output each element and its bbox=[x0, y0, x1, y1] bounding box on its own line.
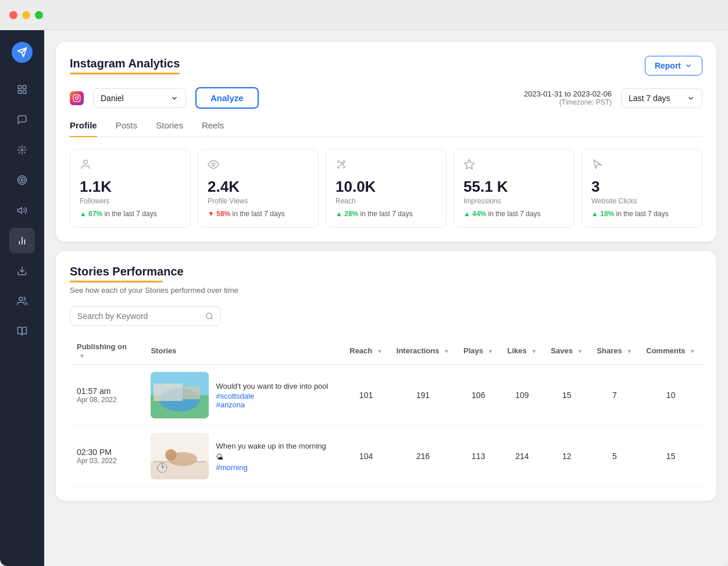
date-period-label: Last 7 days bbox=[629, 94, 670, 103]
story-text-1: Would't you want to dive into pool #scot… bbox=[216, 381, 328, 410]
col-plays[interactable]: Plays ▼ bbox=[456, 338, 501, 365]
stories-table: Publishing on ▼ Stories Reach ▼ bbox=[70, 338, 702, 487]
tab-posts[interactable]: Posts bbox=[116, 120, 138, 137]
eye-icon bbox=[208, 159, 309, 173]
sort-icon-publishing: ▼ bbox=[79, 353, 85, 359]
col-saves[interactable]: Saves ▼ bbox=[544, 338, 590, 365]
svg-marker-18 bbox=[18, 207, 22, 214]
profile-views-label: Profile Views bbox=[208, 197, 309, 205]
sidebar-item-network[interactable] bbox=[9, 137, 35, 163]
date-range: 2023-01-31 to 2023-02-06 bbox=[524, 89, 612, 98]
reach-2: 104 bbox=[342, 425, 390, 486]
tab-stories[interactable]: Stories bbox=[156, 120, 183, 137]
morning-image bbox=[151, 433, 209, 479]
svg-point-43 bbox=[165, 449, 177, 461]
plays-2: 113 bbox=[456, 425, 501, 486]
search-icon bbox=[205, 311, 213, 321]
title-underline bbox=[70, 73, 180, 74]
saves-2: 12 bbox=[544, 425, 590, 486]
close-button[interactable] bbox=[9, 11, 17, 19]
svg-point-27 bbox=[84, 160, 88, 164]
svg-rect-2 bbox=[18, 85, 21, 88]
analyze-button[interactable]: Analyze bbox=[195, 87, 259, 109]
col-likes[interactable]: Likes ▼ bbox=[501, 338, 544, 365]
col-publishing-on[interactable]: Publishing on ▼ bbox=[70, 338, 144, 365]
sidebar-item-analytics[interactable] bbox=[9, 228, 35, 253]
svg-point-28 bbox=[212, 163, 215, 166]
app-body: Instagram Analytics Report bbox=[0, 30, 728, 566]
cursor-icon bbox=[591, 159, 693, 173]
main-content: Instagram Analytics Report bbox=[44, 30, 728, 566]
svg-point-6 bbox=[22, 149, 23, 151]
svg-point-23 bbox=[19, 297, 23, 300]
profile-views-value: 2.4K bbox=[208, 178, 309, 196]
sidebar-item-chat[interactable] bbox=[9, 107, 35, 132]
reach-icon bbox=[336, 159, 437, 173]
col-interactions[interactable]: Interactions ▼ bbox=[390, 338, 456, 365]
table-row: 02:30 PM Apr 03, 2022 bbox=[70, 425, 702, 486]
shares-1: 7 bbox=[590, 364, 639, 425]
profile-views-change: ▼ 58% in the last 7 days bbox=[208, 210, 309, 218]
svg-line-34 bbox=[211, 317, 213, 319]
publish-date-1: 01:57 am Apr 08, 2022 bbox=[77, 386, 137, 404]
svg-point-17 bbox=[22, 180, 23, 181]
sidebar-logo[interactable] bbox=[12, 42, 33, 63]
tab-profile[interactable]: Profile bbox=[70, 120, 97, 137]
app-window: Instagram Analytics Report bbox=[0, 0, 728, 566]
sidebar-item-target[interactable] bbox=[9, 167, 35, 193]
titlebar bbox=[0, 0, 728, 30]
search-box[interactable] bbox=[70, 306, 221, 326]
stats-row: 1.1K Followers ▲ 67% in the last 7 days … bbox=[70, 149, 702, 228]
publish-date-2: 02:30 PM Apr 03, 2022 bbox=[77, 447, 137, 465]
col-reach[interactable]: Reach ▼ bbox=[342, 338, 390, 365]
impressions-label: Impressions bbox=[463, 197, 565, 205]
saves-1: 15 bbox=[544, 364, 590, 425]
report-button[interactable]: Report bbox=[645, 56, 702, 76]
table-row: 01:57 am Apr 08, 2022 bbox=[70, 364, 702, 425]
star-icon bbox=[463, 159, 565, 173]
analytics-title: Instagram Analytics bbox=[70, 57, 180, 70]
analytics-title-container: Instagram Analytics bbox=[70, 57, 180, 74]
sidebar-item-download[interactable] bbox=[9, 258, 35, 284]
followers-value: 1.1K bbox=[80, 178, 181, 196]
date-selector[interactable]: Last 7 days bbox=[621, 88, 702, 108]
stories-title: Stories Performance bbox=[70, 265, 702, 278]
svg-rect-3 bbox=[23, 85, 26, 88]
stat-impressions: 55.1 K Impressions ▲ 44% in the last 7 d… bbox=[454, 149, 574, 228]
story-text-2: When yu wake up in the morning 🌤 #mornin… bbox=[216, 440, 336, 472]
svg-point-25 bbox=[76, 96, 78, 99]
maximize-button[interactable] bbox=[35, 11, 43, 19]
sidebar-item-library[interactable] bbox=[9, 318, 35, 344]
stat-website-clicks: 3 Website Clicks ▲ 18% in the last 7 day… bbox=[581, 149, 702, 228]
minimize-button[interactable] bbox=[22, 11, 30, 19]
sort-icon-plays: ▼ bbox=[488, 348, 494, 354]
tab-reels[interactable]: Reels bbox=[202, 120, 224, 137]
sort-icon-comments: ▼ bbox=[690, 348, 695, 354]
col-stories[interactable]: Stories bbox=[144, 338, 342, 365]
profile-tabs: Profile Posts Stories Reels bbox=[70, 120, 702, 137]
col-comments[interactable]: Comments ▼ bbox=[639, 338, 702, 365]
svg-line-9 bbox=[19, 147, 20, 148]
account-selector[interactable]: Daniel bbox=[93, 88, 186, 108]
svg-point-26 bbox=[78, 96, 79, 96]
analytics-header: Instagram Analytics Report bbox=[70, 56, 702, 76]
sidebar-item-megaphone[interactable] bbox=[9, 198, 35, 223]
search-input[interactable] bbox=[77, 311, 201, 321]
stories-card: Stories Performance See how each of your… bbox=[56, 251, 716, 501]
col-shares[interactable]: Shares ▼ bbox=[590, 338, 639, 365]
reach-1: 101 bbox=[342, 364, 390, 425]
sidebar-item-grid[interactable] bbox=[9, 77, 35, 102]
story-content-2: When yu wake up in the morning 🌤 #mornin… bbox=[151, 433, 336, 479]
svg-marker-31 bbox=[465, 159, 474, 169]
reach-label: Reach bbox=[336, 197, 437, 205]
svg-rect-38 bbox=[154, 384, 183, 401]
sort-icon-interactions: ▼ bbox=[444, 348, 449, 354]
followers-change: ▲ 67% in the last 7 days bbox=[80, 210, 181, 218]
impressions-change: ▲ 44% in the last 7 days bbox=[463, 210, 565, 218]
likes-1: 109 bbox=[501, 364, 544, 425]
timezone: (Timezone: PST) bbox=[524, 98, 612, 106]
account-name: Daniel bbox=[101, 94, 124, 103]
likes-2: 214 bbox=[501, 425, 544, 486]
sidebar-item-people[interactable] bbox=[9, 288, 35, 314]
person-icon bbox=[80, 159, 181, 173]
